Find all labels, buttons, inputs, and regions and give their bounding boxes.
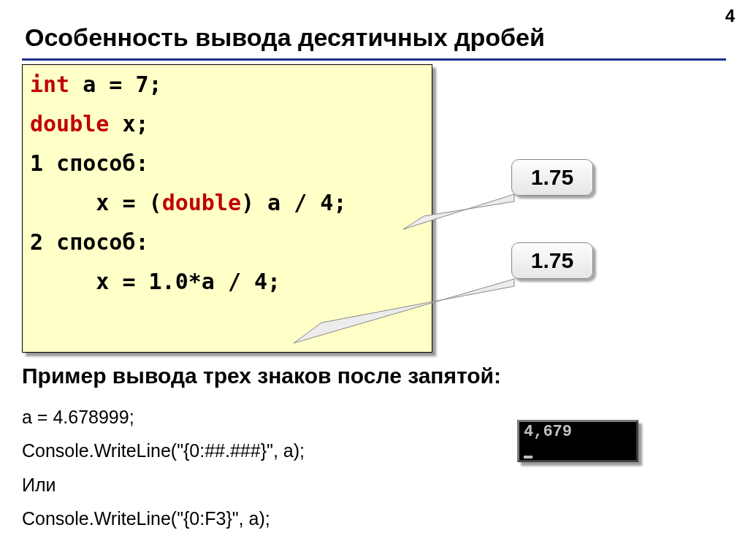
- code-keyword: double: [162, 190, 241, 215]
- result-callout-1: 1.75: [511, 159, 593, 196]
- result-callout-2: 1.75: [511, 242, 593, 279]
- code-text: 1 способ:: [30, 150, 149, 176]
- slide-title: Особенность вывода десятичных дробей: [25, 23, 545, 52]
- example-line: Console.WriteLine("{0:##.###}", a);: [22, 434, 305, 467]
- example-code: a = 4.678999; Console.WriteLine("{0:##.#…: [22, 400, 305, 535]
- cursor-icon: [524, 456, 533, 459]
- code-keyword: int: [30, 72, 69, 97]
- code-text: ) a / 4;: [241, 190, 347, 215]
- code-text: 2 способ:: [30, 229, 149, 255]
- code-text: a = 7;: [69, 72, 161, 97]
- subheading: Пример вывода трех знаков после запятой:: [22, 364, 501, 388]
- console-text: 4,679: [524, 423, 632, 441]
- example-line: Или: [22, 468, 305, 502]
- page-number: 4: [725, 6, 735, 26]
- example-line: a = 4.678999;: [22, 400, 305, 434]
- code-block: int a = 7; double x; 1 способ: x = (doub…: [22, 64, 432, 353]
- code-keyword: double: [30, 111, 109, 137]
- example-line: Console.WriteLine("{0:F3}", a);: [22, 502, 305, 535]
- code-text: x = 1.0*a / 4;: [30, 269, 280, 294]
- code-text: x;: [109, 111, 148, 137]
- code-text: x = (: [30, 190, 162, 215]
- console-output: 4,679: [517, 420, 638, 462]
- slide: 4 Особенность вывода десятичных дробей i…: [0, 0, 748, 560]
- title-underline: [22, 58, 726, 61]
